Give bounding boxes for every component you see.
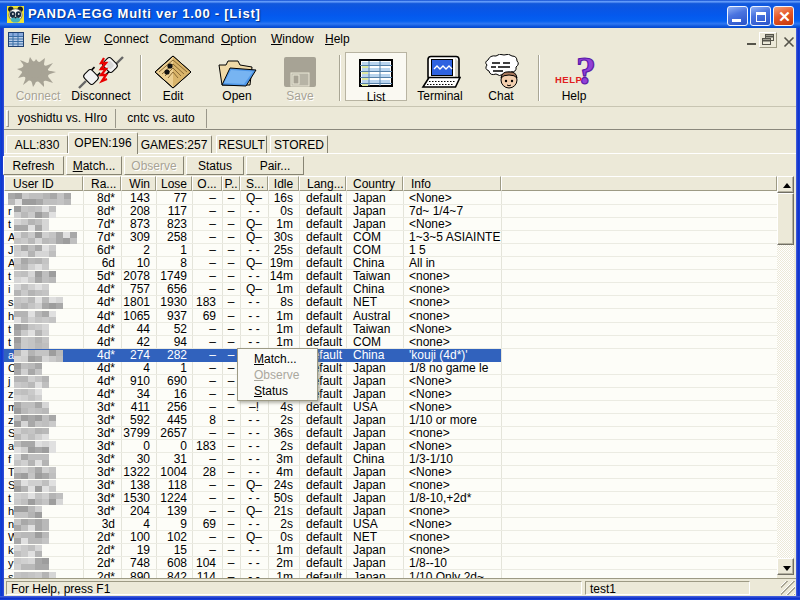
svg-text:HELP: HELP: [555, 74, 583, 85]
